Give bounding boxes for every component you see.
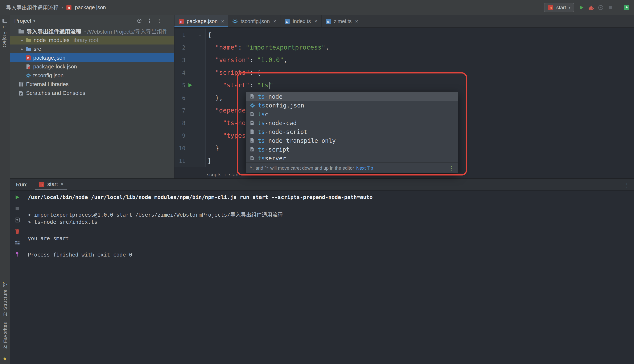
- debug-button[interactable]: [588, 4, 594, 10]
- rerun-button[interactable]: [14, 194, 20, 200]
- completion-item-tsc[interactable]: tsc: [246, 110, 458, 118]
- gutter-spacer: [185, 129, 195, 142]
- pin-button[interactable]: [14, 251, 20, 257]
- file-icon: [249, 120, 255, 126]
- run-with-coverage-button[interactable]: [598, 4, 604, 10]
- tree-item-scratches-and-consoles[interactable]: Scratches and Consoles: [10, 88, 174, 98]
- green-app-icon[interactable]: [623, 4, 630, 10]
- run-gutter-icon[interactable]: [185, 79, 195, 92]
- completion-item-ts-node-transpile-only[interactable]: ts-node-transpile-only: [246, 136, 458, 145]
- tool-window-structure-label: Z: Structure: [2, 289, 7, 316]
- code-text: {: [205, 31, 212, 39]
- line-number: 7: [174, 104, 185, 117]
- tree-item-package-lock-json[interactable]: package-lock.json: [10, 62, 174, 71]
- svg-text:n: n: [41, 182, 43, 186]
- code-line-3: 3 "version": "1.0.0",: [174, 54, 634, 66]
- tree-item-label: tsconfig.json: [33, 72, 64, 78]
- restore-layout-button[interactable]: [14, 217, 20, 223]
- breadcrumb-file[interactable]: package.json: [75, 4, 106, 10]
- chevron-right-icon[interactable]: ▸: [20, 38, 24, 42]
- tool-window-favorites-button[interactable]: 2: Favorites: [2, 322, 7, 348]
- fold-spacer: [195, 92, 205, 104]
- chevron-down-icon[interactable]: ▾: [34, 19, 35, 23]
- project-panel-header: Project ▾ ⋮─: [10, 15, 174, 26]
- code-line-5: 5 "start": "ts": [174, 79, 634, 92]
- tool-window-favorites-label: 2: Favorites: [2, 322, 7, 348]
- tree-item-item-0[interactable]: 导入导出组件通用流程~/WebstormProjects/导入导出组件: [10, 27, 174, 36]
- run-config-selector[interactable]: n start ▾: [544, 3, 574, 12]
- breadcrumb-item-scripts[interactable]: scripts: [207, 172, 221, 178]
- completion-item-tsconfig-json[interactable]: tsconfig.json: [246, 101, 458, 110]
- next-tip-link[interactable]: Next Tip: [356, 166, 373, 170]
- tool-window-structure-button[interactable]: Z: Structure: [2, 282, 8, 316]
- tree-item-hint: library root: [73, 37, 98, 43]
- svg-text:ts: ts: [286, 20, 289, 23]
- completion-item-ts-node-cwd[interactable]: ts-node-cwd: [246, 118, 458, 127]
- locate-button[interactable]: [137, 18, 142, 24]
- layout-grid-button[interactable]: [14, 240, 20, 246]
- tree-item-tsconfig-json[interactable]: tsconfig.json: [10, 71, 174, 80]
- svg-text:n: n: [27, 56, 29, 60]
- breadcrumb-separator-icon: ›: [61, 4, 63, 10]
- tab-index-ts[interactable]: tsindex.ts×: [281, 15, 322, 27]
- run-console[interactable]: /usr/local/bin/node /usr/local/lib/node_…: [24, 190, 634, 364]
- close-icon[interactable]: ×: [221, 18, 224, 24]
- titlebar-actions: n start ▾: [544, 3, 630, 12]
- fold-marker-icon[interactable]: −: [195, 66, 205, 79]
- tree-item-external-libraries[interactable]: External Libraries: [10, 80, 174, 88]
- gutter-spacer: [185, 117, 195, 129]
- completion-item-tsserver[interactable]: tsserver: [246, 154, 458, 162]
- collapse-all-button[interactable]: [147, 18, 152, 24]
- completion-item-label: ts-node-transpile-only: [258, 137, 336, 144]
- folder-excluded-icon: [25, 37, 32, 43]
- breadcrumb-project[interactable]: 导入导出组件通用流程: [6, 3, 58, 11]
- run-tab-start[interactable]: n start ×: [35, 179, 68, 190]
- gutter-spacer: [185, 66, 195, 79]
- tree-item-label: 导入导出组件通用流程: [27, 27, 81, 35]
- gutter-spacer: [185, 54, 195, 66]
- code-line-4: 4− "scripts": {: [174, 66, 634, 79]
- scratches-icon: [18, 90, 24, 96]
- tree-item-node-modules[interactable]: ▸node_moduleslibrary root: [10, 36, 174, 44]
- hide-panel-button[interactable]: ─: [167, 18, 171, 24]
- stop-button[interactable]: [607, 4, 613, 10]
- mini-structure-icon: [2, 282, 8, 287]
- close-icon[interactable]: ×: [355, 18, 358, 24]
- more-options-button[interactable]: ⋮: [157, 18, 162, 24]
- fold-marker-icon[interactable]: −: [195, 28, 205, 41]
- fold-marker-icon[interactable]: −: [195, 104, 205, 117]
- tree-item-label: node_modules: [34, 37, 70, 43]
- clear-button[interactable]: [14, 228, 20, 234]
- close-icon[interactable]: ×: [273, 18, 276, 24]
- code-text: }: [205, 144, 219, 152]
- completion-item-label: ts-script: [258, 146, 290, 152]
- breadcrumb-item-start[interactable]: start: [229, 172, 239, 178]
- stop-button[interactable]: [14, 206, 20, 212]
- tree-item-hint: ~/WebstormProjects/导入导出组件: [84, 27, 168, 35]
- project-panel-title[interactable]: Project: [14, 18, 31, 24]
- run-button[interactable]: [578, 4, 584, 10]
- fold-spacer: [195, 142, 205, 154]
- line-number: 8: [174, 117, 185, 129]
- completion-item-label: ts-node: [258, 93, 283, 100]
- project-tool-window: Project ▾ ⋮─ 导入导出组件通用流程~/WebstormProject…: [10, 15, 174, 178]
- run-panel-header: Run: n start × ⋮: [10, 179, 634, 190]
- tab-zimei-ts[interactable]: tszimei.ts×: [322, 15, 362, 27]
- close-icon[interactable]: ×: [314, 18, 317, 24]
- npm-icon: n: [66, 4, 72, 10]
- tab-tsconfig-json[interactable]: tsconfig.json×: [229, 15, 281, 27]
- favorites-star-icon[interactable]: ★: [3, 354, 7, 362]
- ts-icon: ts: [284, 18, 290, 24]
- completion-item-ts-node[interactable]: ts-node: [246, 92, 458, 101]
- completion-item-ts-node-script[interactable]: ts-node-script: [246, 127, 458, 136]
- tool-window-project-button[interactable]: 1: Project: [2, 18, 8, 47]
- completion-item-ts-script[interactable]: ts-script: [246, 145, 458, 154]
- chevron-right-icon[interactable]: ▸: [20, 47, 24, 51]
- tree-item-src[interactable]: ▸src: [10, 44, 174, 53]
- console-line: [28, 202, 634, 210]
- tab-package-json[interactable]: npackage.json×: [174, 15, 229, 27]
- close-icon[interactable]: ×: [61, 181, 64, 187]
- run-panel-more-icon[interactable]: ⋮: [624, 181, 630, 188]
- tree-item-package-json[interactable]: npackage.json: [10, 53, 174, 62]
- completion-more-icon[interactable]: ⋮: [449, 165, 455, 171]
